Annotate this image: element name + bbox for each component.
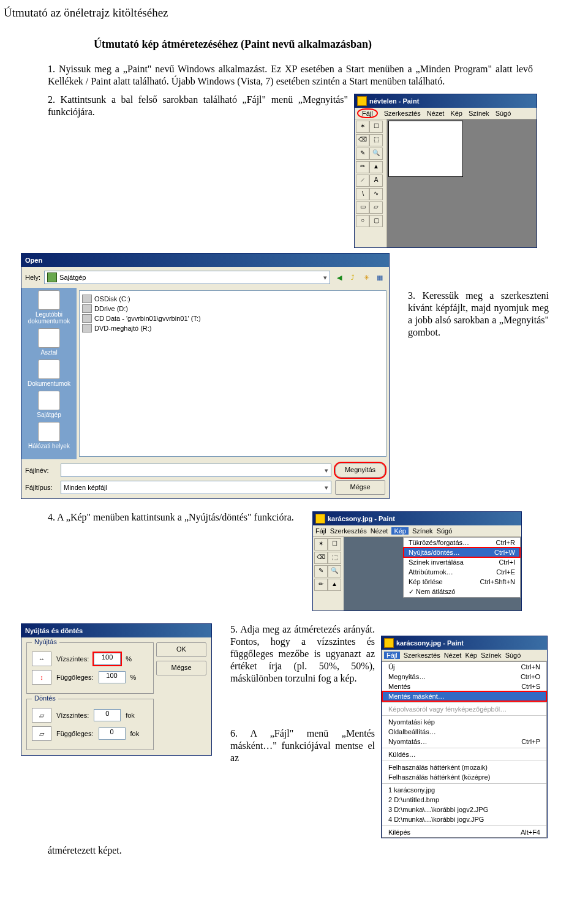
drive-t[interactable]: CD Data - 'gvvrbin01\gvvrbin01' (T:)	[82, 314, 383, 323]
horiz-input[interactable]: 100	[94, 653, 121, 665]
vert-label: Függőleges:	[56, 730, 94, 737]
place-docs[interactable]: Dokumentumok	[24, 359, 74, 387]
tool-eraser[interactable]: ⌫	[314, 552, 328, 564]
paint-canvas[interactable]	[388, 121, 463, 177]
tool-freeform-select[interactable]: ✶	[356, 121, 369, 133]
tool-rect[interactable]: ▭	[356, 201, 369, 214]
menu-item-opaque[interactable]: ✓ Nem átlátszó	[404, 587, 520, 597]
menu-nezet[interactable]: Nézet	[371, 527, 388, 535]
menu-sugo[interactable]: Súgó	[437, 527, 453, 535]
menu-sugo[interactable]: Súgó	[496, 110, 511, 117]
cancel-button[interactable]: Mégse	[156, 661, 206, 675]
menu-szinek[interactable]: Színek	[412, 527, 433, 535]
stretch-vert-icon: ↕	[32, 670, 51, 685]
file-menu-item[interactable]: Felhasználás háttérként (középre)	[382, 772, 546, 782]
place-desktop[interactable]: Asztal	[24, 328, 74, 356]
open-dialog-title: Open	[21, 254, 389, 267]
menu-nezet[interactable]: Nézet	[427, 110, 445, 117]
menu-item-flip[interactable]: Tükrözés/forgatás…Ctrl+R	[404, 538, 520, 547]
stretch-dialog-title: Nyújtás és döntés	[21, 624, 211, 637]
tool-brush[interactable]: ▲	[328, 579, 341, 591]
tool-pick[interactable]: ✎	[356, 148, 369, 160]
menu-kep[interactable]: Kép	[450, 110, 462, 117]
file-menu-item[interactable]: Képolvasóról vagy fényképezőgépből…	[382, 704, 546, 714]
menu-sugo[interactable]: Súgó	[505, 652, 521, 659]
tool-airbrush[interactable]: ⟋	[356, 175, 369, 187]
file-menu-item[interactable]: MentésCtrl+S	[382, 682, 546, 691]
file-menu-item[interactable]: ÚjCtrl+N	[382, 662, 546, 672]
vert-input[interactable]: 100	[99, 671, 126, 683]
tool-magnifier[interactable]: 🔍	[328, 565, 341, 577]
hely-combo[interactable]: Sajátgép ▾	[44, 271, 330, 284]
tool-select[interactable]: ☐	[328, 538, 341, 551]
tool-eraser[interactable]: ⌫	[356, 134, 369, 146]
new-folder-icon[interactable]: ✳	[361, 272, 372, 283]
doc-title: Útmutató az önéletrajz kitöltéséhez	[4, 6, 584, 20]
menu-szerkesztes[interactable]: Szerkesztés	[384, 110, 421, 117]
place-recent[interactable]: Legutóbbi dokumentumok	[24, 290, 74, 325]
menu-kep[interactable]: Kép	[465, 652, 477, 659]
file-menu-item[interactable]: 1 karácsony.jpg	[382, 785, 546, 795]
tool-fill[interactable]: ⬚	[369, 134, 383, 146]
tool-pencil[interactable]: ✏	[314, 579, 328, 591]
fok-label: fok	[130, 730, 140, 737]
menu-item-invert[interactable]: Színek invertálásaCtrl+I	[404, 557, 520, 567]
tool-text[interactable]: A	[369, 175, 383, 187]
menu-szinek[interactable]: Színek	[481, 652, 502, 659]
back-icon[interactable]: ◀	[334, 272, 345, 283]
tool-ellipse[interactable]: ○	[356, 215, 369, 227]
file-menu-item[interactable]: Küldés…	[382, 750, 546, 759]
filetype-combo[interactable]: Minden képfájl ▾	[61, 481, 331, 494]
tool-polygon[interactable]: ▱	[369, 201, 383, 214]
menu-szinek[interactable]: Színek	[469, 110, 489, 117]
menu-fajl[interactable]: Fájl	[315, 527, 326, 535]
menu-item-stretch[interactable]: Nyújtás/döntés…Ctrl+W	[404, 547, 520, 557]
views-icon[interactable]: ▦	[374, 272, 385, 283]
tool-fill[interactable]: ⬚	[328, 552, 341, 564]
place-mycomputer[interactable]: Sajátgép	[24, 391, 74, 418]
file-menu-item[interactable]: Nyomtatási kép	[382, 717, 546, 727]
tool-brush[interactable]: ▲	[369, 161, 383, 173]
menu-nezet[interactable]: Nézet	[444, 652, 462, 659]
place-network[interactable]: Hálózati helyek	[24, 422, 74, 449]
ok-button[interactable]: OK	[156, 642, 206, 657]
cancel-button[interactable]: Mégse	[335, 480, 385, 495]
file-menu-item[interactable]: Nyomtatás…Ctrl+P	[382, 737, 546, 746]
drive-c[interactable]: OSDisk (C:)	[82, 295, 383, 303]
file-menu-item[interactable]: Oldalbeállítás…	[382, 727, 546, 737]
file-menu-item[interactable]: Felhasználás háttérként (mozaik)	[382, 762, 546, 772]
file-list[interactable]: OSDisk (C:) DDrive (D:) CD Data - 'gvvrb…	[79, 290, 386, 457]
tool-magnifier[interactable]: 🔍	[369, 148, 383, 160]
tool-curve[interactable]: ∿	[369, 188, 383, 200]
menu-szerkesztes[interactable]: Szerkesztés	[330, 527, 367, 535]
menu-szerkesztes[interactable]: Szerkesztés	[404, 652, 440, 659]
menu-fajl[interactable]: Fájl	[384, 652, 400, 659]
skew-v-input[interactable]: 0	[99, 727, 126, 740]
drive-d[interactable]: DDrive (D:)	[82, 304, 383, 313]
menu-fajl[interactable]: Fájl	[357, 108, 378, 118]
tool-pick[interactable]: ✎	[314, 565, 328, 577]
up-icon[interactable]: ⤴	[347, 272, 358, 283]
tool-line[interactable]: ∖	[356, 188, 369, 200]
file-menu-item[interactable]: 2 D:\untitled.bmp	[382, 795, 546, 805]
menu-kep[interactable]: Kép	[391, 527, 409, 535]
open-button[interactable]: Megnyitás	[335, 463, 385, 478]
skew-h-input[interactable]: 0	[94, 709, 121, 721]
file-menu-item[interactable]: KilépésAlt+F4	[382, 827, 546, 837]
tool-select[interactable]: ☐	[369, 121, 383, 133]
chevron-down-icon: ▾	[325, 467, 328, 475]
drive-r[interactable]: DVD-meghajtó (R:)	[82, 324, 383, 333]
paint-icon	[384, 638, 394, 648]
menu-item-attrib[interactable]: Attribútumok…Ctrl+E	[404, 567, 520, 577]
file-menu-item[interactable]: Megnyitás…Ctrl+O	[382, 672, 546, 682]
file-menu-item[interactable]: Mentés másként…	[382, 691, 546, 701]
horiz-label: Vízszintes:	[56, 655, 89, 663]
tool-roundrect[interactable]: ▢	[369, 215, 383, 227]
tool-pencil[interactable]: ✏	[356, 161, 369, 173]
file-menu-item[interactable]: 4 D:\munka\…\korábbi jogv.JPG	[382, 814, 546, 824]
tool-freeform-select[interactable]: ✶	[314, 538, 328, 551]
filename-input[interactable]: ▾	[61, 464, 331, 477]
file-menu-item[interactable]: 3 D:\munka\…\korábbi jogv2.JPG	[382, 805, 546, 814]
menu-item-clear[interactable]: Kép törléseCtrl+Shft+N	[404, 577, 520, 587]
stretch-horiz-icon: ↔	[32, 652, 51, 666]
